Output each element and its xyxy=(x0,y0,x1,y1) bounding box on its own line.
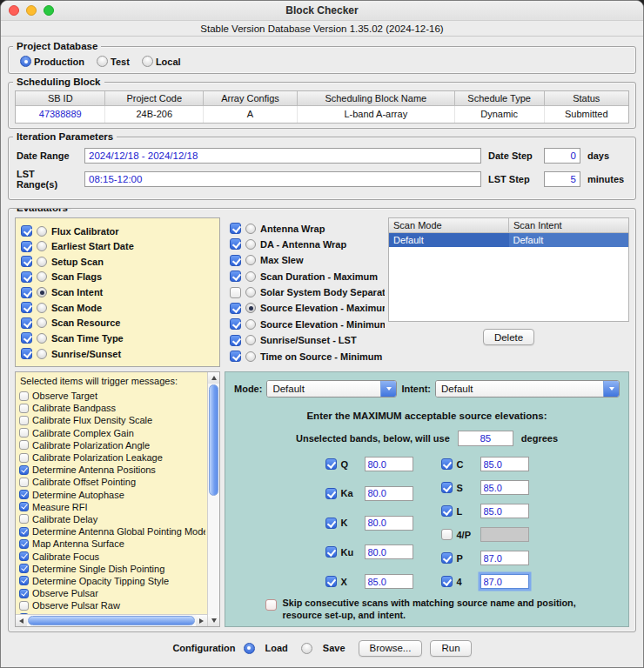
delete-button[interactable]: Delete xyxy=(483,329,534,345)
evaluator-select-radio[interactable] xyxy=(37,241,47,251)
constraint-checkbox[interactable] xyxy=(230,287,241,298)
evaluator-enable-checkbox[interactable] xyxy=(21,348,32,359)
message-checkbox[interactable] xyxy=(19,465,29,475)
constraint-checkbox[interactable] xyxy=(230,335,241,346)
band-elevation-input[interactable] xyxy=(480,551,529,565)
band-elevation-input[interactable] xyxy=(365,486,413,501)
close-button[interactable] xyxy=(9,5,19,16)
evaluator-select-radio[interactable] xyxy=(37,333,47,344)
message-checkbox[interactable] xyxy=(19,404,29,413)
band-checkbox[interactable] xyxy=(325,546,337,558)
band-elevation-input[interactable] xyxy=(365,516,413,531)
minimize-button[interactable] xyxy=(26,5,37,16)
constraint-radio[interactable] xyxy=(245,287,256,297)
message-checkbox[interactable] xyxy=(19,576,29,585)
scroll-down-button[interactable] xyxy=(208,615,219,626)
band-checkbox[interactable] xyxy=(325,458,337,470)
scroll-left-button[interactable] xyxy=(16,615,27,626)
chevron-down-icon[interactable] xyxy=(603,381,619,397)
constraint-radio[interactable] xyxy=(245,255,256,265)
constraint-checkbox[interactable] xyxy=(230,303,241,314)
message-checkbox[interactable] xyxy=(19,551,29,561)
column-header-scan-mode[interactable]: Scan Mode xyxy=(389,218,509,232)
evaluator-enable-checkbox[interactable] xyxy=(21,241,32,252)
evaluator-enable-checkbox[interactable] xyxy=(21,271,32,283)
scroll-up-button[interactable] xyxy=(208,372,219,384)
default-elevation-input[interactable] xyxy=(458,431,513,446)
chevron-down-icon[interactable] xyxy=(380,381,396,397)
constraint-radio[interactable] xyxy=(245,271,256,282)
message-checkbox[interactable] xyxy=(19,601,29,611)
column-header-schedule-type[interactable]: Schedule Type xyxy=(455,91,545,105)
scroll-right-button[interactable] xyxy=(196,615,207,626)
evaluator-enable-checkbox[interactable] xyxy=(21,302,32,313)
message-checkbox[interactable] xyxy=(19,478,29,487)
band-elevation-input[interactable] xyxy=(365,544,413,559)
band-elevation-input[interactable] xyxy=(480,480,529,495)
evaluator-select-radio[interactable] xyxy=(37,271,47,282)
column-header-scan-intent[interactable]: Scan Intent xyxy=(509,218,628,232)
message-checkbox[interactable] xyxy=(19,416,29,425)
constraint-radio[interactable] xyxy=(245,351,256,362)
browse-button[interactable]: Browse... xyxy=(359,640,423,657)
column-header-project-code[interactable]: Project Code xyxy=(105,91,204,105)
band-checkbox[interactable] xyxy=(441,552,453,564)
config-save-radio[interactable] xyxy=(301,643,312,654)
intent-combobox[interactable]: Default xyxy=(435,380,620,397)
message-checkbox[interactable] xyxy=(19,527,29,537)
column-header-sb-id[interactable]: SB ID xyxy=(16,91,105,105)
constraint-checkbox[interactable] xyxy=(230,351,241,362)
message-checkbox[interactable] xyxy=(19,428,29,438)
evaluator-select-radio[interactable] xyxy=(37,349,47,359)
evaluator-enable-checkbox[interactable] xyxy=(21,256,32,267)
band-checkbox[interactable] xyxy=(441,458,453,470)
run-button[interactable]: Run xyxy=(430,640,471,657)
band-checkbox[interactable] xyxy=(325,488,337,499)
evaluator-enable-checkbox[interactable] xyxy=(21,332,32,344)
constraint-radio[interactable] xyxy=(245,335,256,345)
band-elevation-input[interactable] xyxy=(480,504,529,518)
column-header-status[interactable]: Status xyxy=(545,91,628,105)
constraint-radio[interactable] xyxy=(245,224,256,234)
message-checkbox[interactable] xyxy=(19,502,29,511)
evaluator-select-radio[interactable] xyxy=(37,303,47,313)
evaluator-enable-checkbox[interactable] xyxy=(21,287,32,298)
table-row[interactable]: 47388889 24B-206 A L-band A-array Dynami… xyxy=(16,106,628,123)
test-radio[interactable] xyxy=(97,56,108,67)
date-range-input[interactable] xyxy=(84,148,481,164)
zoom-button[interactable] xyxy=(44,5,54,16)
column-header-sb-name[interactable]: Scheduling Block Name xyxy=(298,91,455,105)
horizontal-scrollbar[interactable] xyxy=(16,614,207,626)
evaluator-select-radio[interactable] xyxy=(37,317,47,328)
evaluator-select-radio[interactable] xyxy=(37,257,47,267)
message-checkbox[interactable] xyxy=(19,564,29,573)
band-checkbox[interactable] xyxy=(441,482,453,493)
constraint-checkbox[interactable] xyxy=(230,255,241,266)
vertical-scroll-thumb[interactable] xyxy=(209,384,218,496)
column-header-array-configs[interactable]: Array Configs xyxy=(204,91,298,105)
lst-step-input[interactable] xyxy=(544,171,580,187)
constraint-checkbox[interactable] xyxy=(230,271,241,282)
vertical-scrollbar[interactable] xyxy=(207,372,219,626)
band-checkbox[interactable] xyxy=(325,576,337,587)
message-checkbox[interactable] xyxy=(19,589,29,598)
constraint-radio[interactable] xyxy=(245,239,256,250)
horizontal-scroll-thumb[interactable] xyxy=(28,616,195,625)
band-checkbox[interactable] xyxy=(441,576,453,587)
constraint-radio[interactable] xyxy=(245,303,256,313)
constraint-checkbox[interactable] xyxy=(230,318,241,330)
mode-combobox[interactable]: Default xyxy=(266,380,397,397)
message-checkbox[interactable] xyxy=(19,453,29,463)
message-checkbox[interactable] xyxy=(19,539,29,549)
evaluator-select-radio[interactable] xyxy=(37,287,47,297)
message-checkbox[interactable] xyxy=(19,391,29,401)
band-elevation-input[interactable] xyxy=(365,457,413,471)
message-checkbox[interactable] xyxy=(19,514,29,524)
constraint-checkbox[interactable] xyxy=(230,238,241,250)
lst-range-input[interactable] xyxy=(84,171,481,187)
config-load-radio[interactable] xyxy=(244,643,255,654)
constraint-checkbox[interactable] xyxy=(230,223,241,234)
evaluator-select-radio[interactable] xyxy=(37,226,47,237)
band-checkbox[interactable] xyxy=(441,529,453,540)
skip-consecutive-checkbox[interactable] xyxy=(265,599,277,611)
